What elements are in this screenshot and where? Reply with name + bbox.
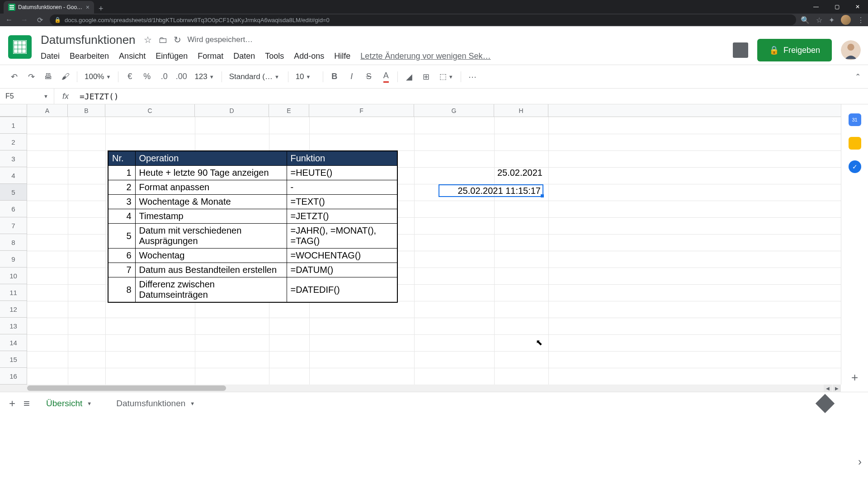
strikethrough-icon[interactable]: S xyxy=(361,69,377,84)
chevron-down-icon[interactable]: ▼ xyxy=(87,401,92,406)
bold-icon[interactable]: B xyxy=(327,69,342,84)
menu-einfuegen[interactable]: Einfügen xyxy=(156,52,188,61)
table-cell[interactable]: =DATEDIF() xyxy=(287,277,397,303)
table-cell[interactable]: Format anpassen xyxy=(135,180,287,195)
menu-ansicht[interactable]: Ansicht xyxy=(119,52,146,61)
text-color-icon[interactable]: A xyxy=(378,69,394,84)
sheet-tab-datumsfunktionen[interactable]: Datumsfunktionen ▼ xyxy=(108,394,203,413)
table-row[interactable]: 3Wochentage & Monate=TEXT() xyxy=(108,195,397,209)
table-cell[interactable]: Wochentag xyxy=(135,249,287,263)
bookmark-icon[interactable]: ☆ xyxy=(816,16,822,24)
row-header[interactable]: 9 xyxy=(0,251,27,267)
cell-f5-selected[interactable]: 25.02.2021 11:15:17 xyxy=(439,184,543,197)
menu-addons[interactable]: Add-ons xyxy=(294,52,324,61)
increase-decimal-icon[interactable]: .00 xyxy=(174,69,189,84)
close-window-icon[interactable]: ✕ xyxy=(847,0,868,14)
row-header[interactable]: 8 xyxy=(0,234,27,251)
minimize-icon[interactable]: — xyxy=(806,0,826,14)
back-icon[interactable]: ← xyxy=(4,16,14,24)
spreadsheet-grid[interactable]: ABCDEFGH 1234567891011121314151617 Nr.Op… xyxy=(0,104,841,385)
borders-icon[interactable]: ⊞ xyxy=(419,69,434,84)
table-cell[interactable]: =WOCHENTAG() xyxy=(287,249,397,263)
column-header[interactable]: A xyxy=(27,104,68,117)
calendar-icon[interactable] xyxy=(849,113,861,126)
sheets-logo[interactable] xyxy=(8,35,32,59)
tasks-icon[interactable] xyxy=(849,160,861,173)
row-header[interactable]: 4 xyxy=(0,167,27,184)
row-header[interactable]: 7 xyxy=(0,217,27,234)
table-row[interactable]: 8Differenz zwischen Datumseinträgen=DATE… xyxy=(108,277,397,303)
table-cell[interactable]: 8 xyxy=(108,277,135,303)
row-header[interactable]: 6 xyxy=(0,201,27,217)
row-header[interactable]: 14 xyxy=(0,334,27,351)
menu-daten[interactable]: Daten xyxy=(233,52,255,61)
show-side-panel-icon[interactable]: › xyxy=(858,455,862,468)
extensions-icon[interactable]: ✦ xyxy=(829,16,835,24)
profile-avatar-small[interactable] xyxy=(841,15,851,25)
table-cell[interactable]: =DATUM() xyxy=(287,263,397,277)
table-row[interactable]: 7Datum aus Bestandteilen erstellen=DATUM… xyxy=(108,263,397,277)
column-header[interactable]: G xyxy=(414,104,494,117)
table-cell[interactable]: 7 xyxy=(108,263,135,277)
scroll-right-icon[interactable]: ▶ xyxy=(833,385,841,392)
column-header[interactable]: F xyxy=(309,104,414,117)
column-header[interactable]: C xyxy=(105,104,195,117)
collapse-toolbar-icon[interactable]: ⌃ xyxy=(855,72,861,81)
horizontal-scrollbar[interactable]: ◀ ▶ xyxy=(0,385,841,392)
table-cell[interactable]: Differenz zwischen Datumseinträgen xyxy=(135,277,287,303)
menu-bearbeiten[interactable]: Bearbeiten xyxy=(70,52,109,61)
table-cell[interactable]: Timestamp xyxy=(135,209,287,224)
menu-tools[interactable]: Tools xyxy=(265,52,284,61)
star-icon[interactable]: ☆ xyxy=(144,34,152,45)
menu-format[interactable]: Format xyxy=(198,52,223,61)
row-header[interactable]: 5 xyxy=(0,184,27,201)
row-header[interactable]: 16 xyxy=(0,368,27,385)
row-header[interactable]: 12 xyxy=(0,301,27,318)
table-cell[interactable]: 1 xyxy=(108,166,135,180)
table-cell[interactable]: =JAHR(), =MONAT(), =TAG() xyxy=(287,224,397,249)
cell-f4[interactable]: 25.02.2021 xyxy=(439,168,542,178)
share-button[interactable]: 🔒 Freigeben xyxy=(757,39,832,61)
table-row[interactable]: 6Wochentag=WOCHENTAG() xyxy=(108,249,397,263)
table-row[interactable]: 5Datum mit verschiedenen Ausprägungen=JA… xyxy=(108,224,397,249)
close-tab-icon[interactable]: × xyxy=(86,4,90,11)
zoom-dropdown[interactable]: 100%▼ xyxy=(81,72,114,81)
document-title[interactable]: Datumsfunktionen xyxy=(39,32,137,48)
table-cell[interactable]: 5 xyxy=(108,224,135,249)
fill-color-icon[interactable]: ◢ xyxy=(401,69,417,84)
last-edit-link[interactable]: Letzte Änderung vor wenigen Sek… xyxy=(360,52,491,61)
url-box[interactable]: 🔒 docs.google.com/spreadsheets/d/1hbgKTL… xyxy=(50,14,796,25)
table-cell[interactable]: 2 xyxy=(108,180,135,195)
font-size-dropdown[interactable]: 10▼ xyxy=(292,72,319,81)
forward-icon[interactable]: → xyxy=(19,16,30,24)
table-cell[interactable]: 3 xyxy=(108,195,135,209)
scroll-left-icon[interactable]: ◀ xyxy=(824,385,832,392)
menu-datei[interactable]: Datei xyxy=(41,52,60,61)
print-icon[interactable]: 🖶 xyxy=(41,69,56,84)
table-row[interactable]: 4Timestamp=JETZT() xyxy=(108,209,397,224)
font-dropdown[interactable]: Standard (…▼ xyxy=(226,72,284,81)
kebab-icon[interactable]: ⋮ xyxy=(857,16,864,24)
column-header[interactable]: B xyxy=(68,104,105,117)
percent-icon[interactable]: % xyxy=(139,69,155,84)
table-cell[interactable]: Wochentage & Monate xyxy=(135,195,287,209)
select-all-corner[interactable] xyxy=(0,104,27,117)
redo-icon[interactable]: ↷ xyxy=(24,69,39,84)
move-icon[interactable]: 🗀 xyxy=(158,35,167,45)
table-cell[interactable]: Datum mit verschiedenen Ausprägungen xyxy=(135,224,287,249)
zoom-icon[interactable]: 🔍 xyxy=(801,16,810,24)
scrollbar-thumb[interactable] xyxy=(27,385,226,391)
new-tab-button[interactable]: + xyxy=(94,4,108,14)
column-header[interactable]: H xyxy=(494,104,548,117)
account-avatar[interactable] xyxy=(841,40,861,60)
row-header[interactable]: 3 xyxy=(0,150,27,167)
table-cell[interactable]: 6 xyxy=(108,249,135,263)
more-icon[interactable]: ⋯ xyxy=(465,69,480,84)
row-header[interactable]: 10 xyxy=(0,267,27,284)
table-cell[interactable]: Datum aus Bestandteilen erstellen xyxy=(135,263,287,277)
keep-icon[interactable] xyxy=(849,137,861,150)
number-format-dropdown[interactable]: 123▼ xyxy=(191,72,217,81)
add-addon-icon[interactable]: + xyxy=(851,371,858,385)
table-cell[interactable]: =HEUTE() xyxy=(287,166,397,180)
comments-button[interactable] xyxy=(733,42,748,58)
